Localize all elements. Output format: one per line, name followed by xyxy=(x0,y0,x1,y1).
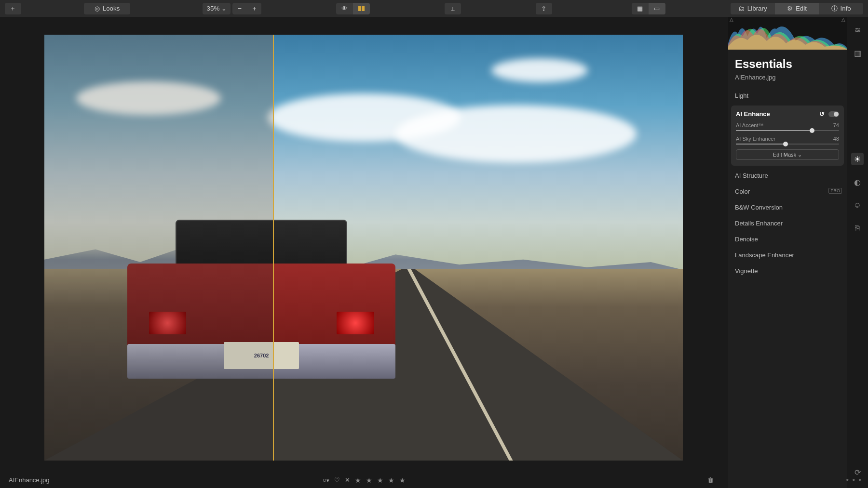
favorite-button[interactable]: ♡ xyxy=(334,476,340,484)
crop-button[interactable]: ⟂ xyxy=(445,3,461,14)
license-plate: 26702 xyxy=(224,342,273,369)
zoom-level-dropdown[interactable]: 35% ⌄ xyxy=(203,3,231,14)
section-ai-structure[interactable]: AI Structure xyxy=(728,168,847,184)
color-label: Color xyxy=(735,188,750,195)
color-tag-button[interactable]: ○▾ xyxy=(323,476,329,484)
ai-accent-label: AI Accent™ xyxy=(736,122,763,128)
section-landscape[interactable]: Landscape Enhancer xyxy=(728,247,847,263)
library-label: Library xyxy=(747,5,767,12)
grid-view-button[interactable]: ▦ xyxy=(632,3,649,14)
trash-button[interactable]: 🗑 xyxy=(707,476,714,484)
view-group: ▦ ▭ xyxy=(632,3,665,14)
compare-divider[interactable] xyxy=(273,35,274,461)
zoom-out-button[interactable]: − xyxy=(232,3,247,14)
section-bw[interactable]: B&W Conversion xyxy=(728,199,847,215)
section-light[interactable]: Light xyxy=(728,88,847,104)
info-icon: ⓘ xyxy=(831,4,838,13)
rect-icon: ▭ xyxy=(654,5,660,12)
ai-sky-label: AI Sky Enhancer xyxy=(736,136,775,142)
bottom-filename: AIEnhance.jpg xyxy=(9,476,50,484)
section-vignette[interactable]: Vignette xyxy=(728,263,847,279)
info-label: Info xyxy=(841,5,851,12)
ai-sky-value: 48 xyxy=(833,136,839,142)
star-4[interactable]: ★ xyxy=(388,476,394,484)
single-view-button[interactable]: ▭ xyxy=(649,3,665,14)
looks-icon: ◎ xyxy=(95,5,100,12)
star-1[interactable]: ★ xyxy=(355,476,361,484)
shadow-clip-indicator[interactable]: △ xyxy=(730,17,733,22)
creative-icon[interactable]: ◐ xyxy=(851,176,864,188)
ai-sky-slider[interactable]: AI Sky Enhancer 48 xyxy=(736,136,839,145)
histogram[interactable]: △ △ xyxy=(728,17,847,50)
star-2[interactable]: ★ xyxy=(366,476,372,484)
tool-icon-strip: ≋ ▥ ☀ ◐ ☺ ⎘ ⟳ xyxy=(847,17,868,488)
plus-icon: ＋ xyxy=(251,4,258,13)
crop-icon: ⟂ xyxy=(451,5,455,12)
before-image: 26702 xyxy=(44,35,273,461)
star-3[interactable]: ★ xyxy=(377,476,383,484)
compare-split-button[interactable] xyxy=(353,3,370,14)
more-icon[interactable]: ● ● ● xyxy=(846,477,862,482)
eye-icon: 👁 xyxy=(341,5,348,12)
section-ai-enhance[interactable]: AI Enhance ↺ AI Accent™ 74 AI Sky Enhanc… xyxy=(731,106,844,166)
zoom-in-button[interactable]: ＋ xyxy=(247,3,261,14)
looks-label: Looks xyxy=(103,5,120,12)
library-mode-button[interactable]: 🗂Library xyxy=(731,3,775,14)
ai-accent-slider[interactable]: AI Accent™ 74 xyxy=(736,122,839,131)
portrait-icon[interactable]: ☺ xyxy=(851,199,864,211)
edit-mode-button[interactable]: ⚙Edit xyxy=(775,3,819,14)
zoom-label: 35% ⌄ xyxy=(207,5,227,12)
ai-accent-value: 74 xyxy=(833,122,839,128)
top-toolbar: ＋ ◎ Looks 35% ⌄ − ＋ 👁 ⟂ ⇪ ▦ ▭ 🗂Library ⚙… xyxy=(0,0,868,17)
histogram-graph xyxy=(728,17,847,50)
panel-title: Essentials xyxy=(728,50,847,74)
share-icon: ⇪ xyxy=(541,5,546,12)
grid-icon: ▦ xyxy=(637,5,643,12)
edit-label: Edit xyxy=(796,5,807,12)
ai-enhance-title: AI Enhance xyxy=(736,110,770,118)
compare-group: 👁 xyxy=(336,3,370,14)
reject-button[interactable]: ✕ xyxy=(345,476,350,484)
export-button[interactable]: ⇪ xyxy=(536,3,552,14)
looks-button[interactable]: ◎ Looks xyxy=(84,3,131,14)
image-canvas[interactable]: 26702 26702 xyxy=(44,35,683,461)
add-button[interactable]: ＋ xyxy=(5,3,21,14)
bottom-actions: ○▾ ♡ ✕ ★ ★ ★ ★ ★ xyxy=(323,476,406,484)
star-5[interactable]: ★ xyxy=(399,476,406,484)
minus-icon: − xyxy=(238,5,242,12)
info-mode-button[interactable]: ⓘInfo xyxy=(819,3,863,14)
bottom-bar: AIEnhance.jpg ○▾ ♡ ✕ ★ ★ ★ ★ ★ 🗑 xyxy=(0,472,728,488)
zoom-group: − ＋ xyxy=(232,3,261,14)
highlight-clip-indicator[interactable]: △ xyxy=(841,17,845,22)
section-details[interactable]: Details Enhancer xyxy=(728,215,847,231)
section-color[interactable]: Color PRO xyxy=(728,184,847,199)
sliders-icon: ⚙ xyxy=(787,5,793,12)
canvas-icon[interactable]: ▥ xyxy=(851,47,864,59)
right-panel: △ △ Essentials AIEnhance.jpg Light AI En… xyxy=(728,17,847,488)
split-compare-icon xyxy=(358,6,365,11)
section-denoise[interactable]: Denoise xyxy=(728,231,847,247)
pro-badge: PRO xyxy=(828,188,842,194)
pro-tools-icon[interactable]: ⎘ xyxy=(851,222,864,235)
panel-filename: AIEnhance.jpg xyxy=(728,74,847,88)
edit-mask-button[interactable]: Edit Mask ⌄ xyxy=(736,149,839,160)
preview-toggle-button[interactable]: 👁 xyxy=(336,3,353,14)
mode-switcher: 🗂Library ⚙Edit ⓘInfo xyxy=(731,3,863,14)
reset-icon[interactable]: ↺ xyxy=(819,110,825,118)
layers-icon[interactable]: ≋ xyxy=(851,24,864,36)
canvas-area: 26702 26702 xyxy=(0,17,728,472)
essentials-icon[interactable]: ☀ xyxy=(851,153,864,165)
library-icon: 🗂 xyxy=(738,5,745,12)
plus-icon: ＋ xyxy=(10,4,16,13)
ai-enhance-toggle[interactable] xyxy=(828,111,839,117)
